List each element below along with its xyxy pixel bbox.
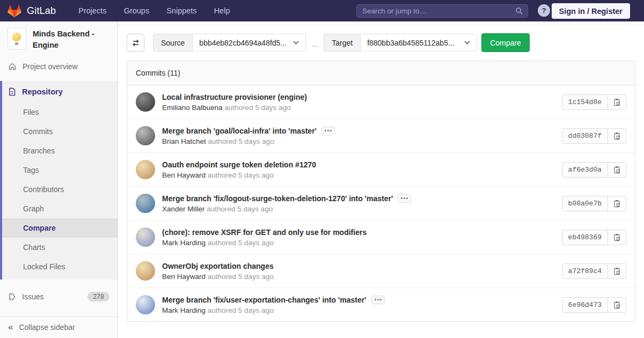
- nav-item-snippets[interactable]: Snippets: [165, 4, 197, 17]
- commit-expand-button[interactable]: [321, 127, 335, 135]
- clipboard-icon: [613, 98, 620, 106]
- commit-avatar: [136, 295, 155, 314]
- commit-sha-link[interactable]: af6e3d0a: [562, 162, 608, 178]
- sidebar-repo-item[interactable]: Tags: [2, 160, 118, 180]
- top-navbar: GitLab Projects Groups Snippets Help ? S…: [0, 0, 644, 21]
- commit-author-link[interactable]: Mark Harding: [162, 306, 206, 314]
- sidebar-item-issues[interactable]: Issues 278: [0, 286, 118, 307]
- project-link[interactable]: Minds Backend - Engine: [0, 21, 118, 56]
- sidebar-repo-item[interactable]: Commits: [2, 122, 118, 141]
- issues-count-badge: 278: [87, 292, 109, 302]
- clipboard-icon: [613, 301, 620, 309]
- repository-section: Repository Files Commits Branches Tags C…: [0, 81, 118, 280]
- commit-meta-line: Xander Miller authored 5 days ago: [162, 205, 411, 213]
- commit-sha-link[interactable]: dd03087f: [562, 128, 608, 144]
- sidebar-repo-item[interactable]: Contributors: [2, 180, 118, 199]
- sidebar-repo-item[interactable]: Branches: [2, 141, 118, 160]
- commit-sha-link[interactable]: b08a0e7b: [562, 196, 608, 211]
- collapse-label: Collapse sidebar: [19, 323, 75, 332]
- search-input[interactable]: [362, 7, 515, 15]
- commit-list: Local infrastructure provisioner (engine…: [127, 85, 635, 321]
- copy-sha-button[interactable]: [608, 128, 626, 144]
- nav-item-help[interactable]: Help: [213, 4, 231, 17]
- commit-author-link[interactable]: Xander Miller: [162, 205, 205, 213]
- ellipsis-icon: [327, 130, 329, 131]
- sidebar-repo-item[interactable]: Locked Files: [2, 257, 118, 276]
- nav-item-groups[interactable]: Groups: [123, 4, 151, 17]
- source-label: Source: [153, 34, 192, 52]
- commit-row: Oauth endpoint surge token deletion #127…: [127, 152, 635, 186]
- search-icon: [515, 7, 523, 15]
- commit-meta-line: Mark Harding authored 5 days ago: [162, 306, 385, 314]
- gitlab-logo[interactable]: GitLab: [0, 4, 56, 18]
- commit-author-link[interactable]: Brian Hatchet: [162, 137, 206, 145]
- repository-subnav: Files Commits Branches Tags Contributors…: [2, 102, 118, 280]
- range-separator: ...: [312, 40, 318, 48]
- commit-meta: authored 5 days ago: [208, 306, 274, 314]
- ellipsis-icon: [404, 197, 405, 199]
- commit-meta-line: Ben Hayward authored 5 days ago: [162, 273, 274, 281]
- commit-sha-link[interactable]: eb498369: [562, 230, 608, 245]
- commit-author-link[interactable]: Ben Hayward: [162, 171, 206, 179]
- sidebar-item-project-overview[interactable]: Project overview: [0, 56, 118, 77]
- commit-title-link[interactable]: Oauth endpoint surge token deletion #127…: [162, 160, 316, 169]
- commit-title-link[interactable]: Local infrastructure provisioner (engine…: [162, 93, 307, 101]
- sidebar-repo-item[interactable]: Files: [2, 102, 118, 122]
- commit-sha-link[interactable]: a72f89c4: [562, 263, 608, 279]
- sign-in-button[interactable]: Sign in / Register: [552, 3, 630, 19]
- copy-sha-button[interactable]: [608, 196, 626, 211]
- sidebar-item-label: Issues: [22, 292, 43, 301]
- sidebar-repo-item[interactable]: Compare: [2, 218, 118, 238]
- commit-avatar: [136, 126, 155, 145]
- target-branch-value: f880bb3a6b4585112ab5...: [367, 39, 454, 47]
- commit-title-link[interactable]: Merge branch 'fix/logout-surge-token-del…: [162, 194, 393, 203]
- issues-icon: [8, 292, 16, 301]
- collapse-sidebar-button[interactable]: « Collapse sidebar: [0, 316, 118, 338]
- commit-sha-link[interactable]: 1c154d8e: [562, 94, 608, 110]
- commit-row: Local infrastructure provisioner (engine…: [127, 85, 635, 119]
- copy-sha-button[interactable]: [608, 94, 626, 110]
- chevron-down-icon: [464, 41, 470, 45]
- lightbulb-icon: [12, 33, 21, 45]
- help-icon: ?: [538, 4, 550, 17]
- commit-sha-link[interactable]: 6e96d473: [562, 297, 608, 313]
- sidebar-repo-item-label: Contributors: [23, 185, 64, 194]
- chevron-down-icon: [293, 41, 299, 45]
- commits-panel-header: Commits (11): [127, 61, 635, 85]
- sidebar-item-label: Project overview: [23, 62, 78, 71]
- commit-row: Merge branch 'fix/logout-surge-token-del…: [127, 186, 635, 220]
- copy-sha-button[interactable]: [608, 162, 626, 178]
- copy-sha-button[interactable]: [608, 263, 626, 279]
- commit-row: Merge branch 'fix/user-exportation-chang…: [127, 288, 635, 321]
- target-branch-dropdown[interactable]: f880bb3a6b4585112ab5...: [360, 34, 477, 52]
- commit-title-link[interactable]: OwnerObj exportation changes: [162, 262, 274, 270]
- commit-title-link[interactable]: Merge branch 'fix/user-exportation-chang…: [162, 296, 367, 304]
- commit-author-link[interactable]: Ben Hayward: [162, 273, 206, 281]
- commit-avatar: [136, 227, 155, 247]
- sidebar-repo-item[interactable]: Charts: [2, 238, 118, 257]
- ellipsis-icon: [377, 299, 379, 300]
- copy-sha-button[interactable]: [608, 230, 626, 245]
- commit-sha-group: 6e96d473: [562, 297, 626, 313]
- commit-avatar: [136, 160, 155, 179]
- compare-button[interactable]: Compare: [481, 33, 530, 52]
- commit-author-link[interactable]: Mark Harding: [162, 239, 206, 247]
- sidebar-repo-item[interactable]: Graph: [2, 199, 118, 218]
- commit-meta-line: Brian Hatchet authored 5 days ago: [162, 137, 335, 145]
- commit-row: (chore): remove XSRF for GET and only us…: [127, 220, 635, 254]
- commit-title-link[interactable]: (chore): remove XSRF for GET and only us…: [162, 228, 367, 237]
- commit-avatar: [136, 92, 155, 112]
- copy-sha-button[interactable]: [608, 297, 626, 313]
- sidebar-repo-item-label: Files: [23, 108, 39, 116]
- commit-avatar: [136, 194, 155, 213]
- clipboard-icon: [613, 132, 620, 140]
- commit-expand-button[interactable]: [398, 194, 411, 203]
- commit-title-link[interactable]: Merge branch 'goal/local-infra' into 'ma…: [162, 127, 317, 135]
- commit-expand-button[interactable]: [371, 296, 385, 304]
- swap-revisions-button[interactable]: [127, 34, 144, 52]
- nav-item-projects[interactable]: Projects: [77, 4, 107, 17]
- sidebar-item-repository[interactable]: Repository: [2, 81, 118, 102]
- tanuki-icon: [8, 4, 21, 18]
- commit-author-link[interactable]: Emiliano Balbuena: [162, 104, 223, 112]
- source-branch-dropdown[interactable]: bbb4eb82cb4694a48fd5...: [192, 34, 306, 52]
